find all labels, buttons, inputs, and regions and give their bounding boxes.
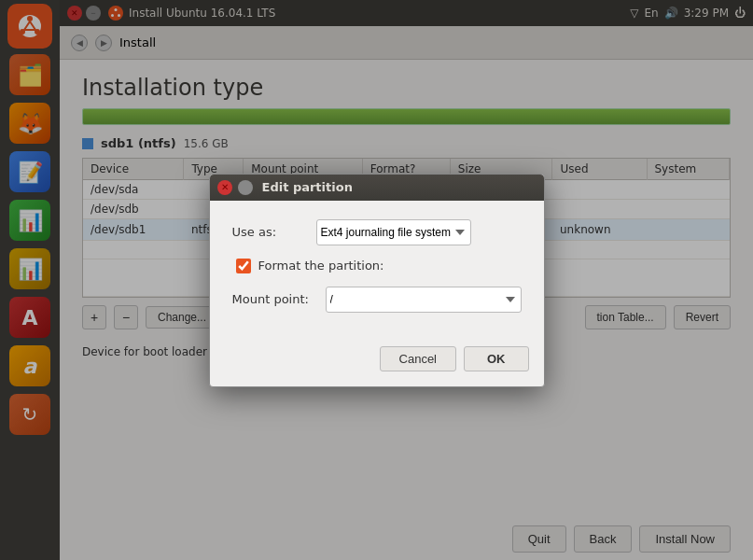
mountpoint-select[interactable]: / /boot /home /tmp /usr /var [326, 287, 522, 313]
use-as-select-wrapper: Ext4 journaling file system Ext3 journal… [316, 219, 522, 245]
modal-footer: Cancel OK [210, 339, 544, 386]
use-as-row: Use as: Ext4 journaling file system Ext3… [232, 219, 522, 245]
format-row: Format the partition: [232, 259, 522, 273]
modal-body: Use as: Ext4 journaling file system Ext3… [210, 201, 544, 339]
modal-title: Edit partition [262, 180, 353, 194]
format-checkbox[interactable] [236, 259, 251, 273]
modal-titlebar: ✕ Edit partition [210, 175, 544, 201]
modal-overlay: ✕ Edit partition Use as: Ext4 journaling… [0, 0, 753, 560]
mountpoint-label: Mount point: [232, 292, 316, 306]
modal-minimize-button[interactable] [238, 180, 253, 195]
format-label[interactable]: Format the partition: [258, 259, 384, 273]
modal-cancel-button[interactable]: Cancel [380, 346, 456, 371]
use-as-select[interactable]: Ext4 journaling file system Ext3 journal… [316, 219, 471, 245]
modal-ok-button[interactable]: OK [464, 346, 529, 371]
edit-partition-modal: ✕ Edit partition Use as: Ext4 journaling… [209, 174, 545, 387]
mountpoint-select-wrapper: / /boot /home /tmp /usr /var [326, 287, 522, 313]
mountpoint-row: Mount point: / /boot /home /tmp /usr /va… [232, 287, 522, 313]
use-as-label: Use as: [232, 225, 307, 239]
modal-close-button[interactable]: ✕ [217, 180, 232, 195]
